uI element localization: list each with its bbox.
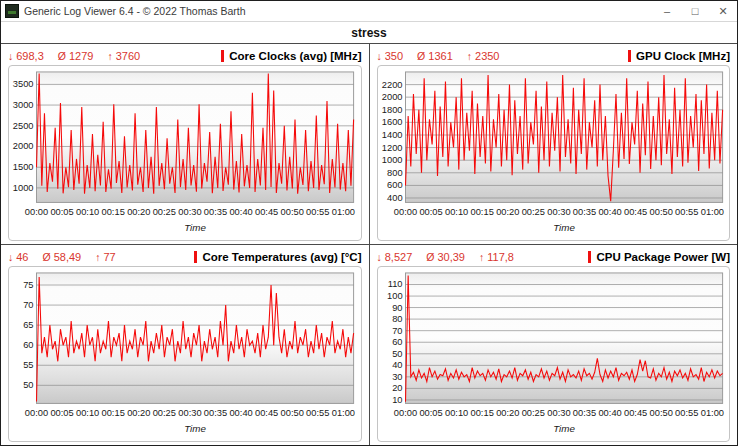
y-tick-label: 75	[23, 280, 33, 290]
stat-min-value: 698,3	[16, 50, 44, 62]
y-tick-label: 2000	[13, 141, 34, 151]
close-button[interactable]: ✕	[709, 1, 737, 21]
y-tick-label: 1200	[381, 143, 402, 153]
chart-cell-gpu-clock: ↓ 350 Ø 1361 ↑ 2350 GPU Clock [MHz] 4006…	[370, 44, 738, 244]
x-tick-label: 00:50	[649, 408, 672, 418]
x-tick-label: 00:35	[204, 207, 227, 217]
chart-title: Core Clocks (avg) [MHz]	[221, 50, 361, 62]
x-tick-label: 00:20	[496, 408, 519, 418]
stat-max-value: 77	[103, 251, 115, 263]
chart-title-label: Core Clocks (avg) [MHz]	[229, 50, 361, 62]
y-tick-label: 70	[23, 300, 33, 310]
x-axis-title: Time	[553, 423, 575, 434]
y-tick-label: 10	[392, 395, 402, 405]
x-tick-label: 00:15	[470, 207, 493, 217]
x-tick-label: 00:45	[255, 207, 278, 217]
y-tick-label: 65	[23, 320, 33, 330]
max-arrow-icon: ↑	[107, 50, 112, 62]
stat-avg: Ø 1361	[417, 50, 453, 62]
y-tick-label: 3500	[13, 79, 34, 89]
x-tick-label: 00:25	[521, 207, 544, 217]
chart-panel[interactable]: 400600800100012001400160018002000220000:…	[377, 65, 731, 241]
x-tick-label: 00:25	[153, 207, 176, 217]
chart-title: Core Temperatures (avg) [°C]	[194, 251, 361, 263]
core-clocks-plot[interactable]: 10001500200025003000350000:0000:0500:100…	[10, 67, 360, 239]
y-tick-label: 90	[392, 302, 402, 312]
max-arrow-icon: ↑	[467, 50, 472, 62]
x-tick-label: 00:55	[675, 408, 698, 418]
chart-grid: ↓ 698,3 Ø 1279 ↑ 3760 Core Clocks (avg) …	[1, 44, 737, 445]
avg-icon: Ø	[417, 50, 425, 62]
x-tick-label: 00:20	[127, 408, 150, 418]
log-title: stress	[351, 26, 386, 40]
x-axis-title: Time	[184, 423, 206, 434]
maximize-button[interactable]: □	[681, 1, 709, 21]
stat-avg: Ø 58,49	[43, 251, 82, 263]
x-tick-label: 00:35	[572, 408, 595, 418]
chart-title: GPU Clock [MHz]	[628, 50, 730, 62]
plot-area[interactable]	[405, 273, 722, 403]
stat-min: ↓ 698,3	[8, 50, 44, 62]
y-tick-label: 55	[23, 360, 33, 370]
min-arrow-icon: ↓	[377, 50, 382, 62]
chart-title-label: Core Temperatures (avg) [°C]	[202, 251, 361, 263]
x-tick-label: 01:00	[332, 408, 355, 418]
x-tick-label: 01:00	[332, 207, 355, 217]
window-title: Generic Log Viewer 6.4 - © 2022 Thomas B…	[24, 5, 246, 17]
y-tick-label: 1000	[381, 155, 402, 165]
stat-min: ↓ 8,527	[377, 251, 413, 263]
chart-panel[interactable]: 10203040506070809010011000:0000:0500:100…	[377, 266, 731, 442]
y-tick-label: 40	[392, 360, 402, 370]
y-tick-label: 3000	[13, 100, 34, 110]
stat-avg-value: 30,39	[437, 251, 465, 263]
app-icon	[5, 4, 19, 18]
x-axis-title: Time	[184, 222, 206, 233]
x-tick-label: 00:45	[255, 408, 278, 418]
y-tick-label: 1600	[381, 117, 402, 127]
stat-min-value: 350	[385, 50, 403, 62]
stat-max: ↑ 2350	[467, 50, 500, 62]
x-tick-label: 00:55	[306, 408, 329, 418]
stats-row: ↓ 46 Ø 58,49 ↑ 77 Core Temperatures (avg…	[8, 248, 362, 266]
x-tick-label: 00:50	[281, 408, 304, 418]
y-tick-label: 400	[387, 193, 403, 203]
x-tick-label: 00:30	[547, 207, 570, 217]
x-tick-label: 00:55	[675, 207, 698, 217]
chart-cell-cpu-package-power: ↓ 8,527 Ø 30,39 ↑ 117,8 CPU Package Powe…	[370, 245, 738, 445]
gpu-clock-plot[interactable]: 400600800100012001400160018002000220000:…	[379, 67, 729, 239]
avg-icon: Ø	[426, 251, 434, 263]
x-tick-label: 00:15	[102, 207, 125, 217]
y-tick-label: 2500	[13, 121, 34, 131]
chart-title-label: GPU Clock [MHz]	[636, 50, 730, 62]
x-tick-label: 00:00	[393, 207, 416, 217]
stat-min-value: 8,527	[385, 251, 413, 263]
chart-panel[interactable]: 50556065707500:0000:0500:1000:1500:2000:…	[8, 266, 362, 442]
y-tick-label: 70	[392, 326, 402, 336]
x-tick-label: 00:15	[470, 408, 493, 418]
stat-min-value: 46	[16, 251, 28, 263]
y-tick-label: 2000	[381, 92, 402, 102]
chart-title: CPU Package Power [W]	[588, 251, 730, 263]
stat-avg: Ø 30,39	[426, 251, 465, 263]
cpu-package-power-plot[interactable]: 10203040506070809010011000:0000:0500:100…	[379, 268, 729, 440]
x-tick-label: 00:20	[127, 207, 150, 217]
avg-icon: Ø	[43, 251, 51, 263]
chart-title-label: CPU Package Power [W]	[596, 251, 730, 263]
x-axis-title: Time	[553, 222, 575, 233]
stat-avg-value: 1361	[428, 50, 452, 62]
y-tick-label: 60	[392, 337, 402, 347]
x-tick-label: 00:55	[306, 207, 329, 217]
stats-row: ↓ 350 Ø 1361 ↑ 2350 GPU Clock [MHz]	[377, 47, 731, 65]
stat-min: ↓ 46	[8, 251, 29, 263]
x-tick-label: 00:30	[547, 408, 570, 418]
core-temperatures-plot[interactable]: 50556065707500:0000:0500:1000:1500:2000:…	[10, 268, 360, 440]
stat-max: ↑ 3760	[107, 50, 140, 62]
minimize-button[interactable]: –	[653, 1, 681, 21]
x-tick-label: 00:35	[204, 408, 227, 418]
x-tick-label: 00:45	[623, 408, 646, 418]
chart-panel[interactable]: 10001500200025003000350000:0000:0500:100…	[8, 65, 362, 241]
legend-color-bar	[221, 50, 224, 62]
x-tick-label: 00:40	[229, 408, 252, 418]
x-tick-label: 00:40	[598, 408, 621, 418]
log-header: stress	[1, 22, 737, 44]
